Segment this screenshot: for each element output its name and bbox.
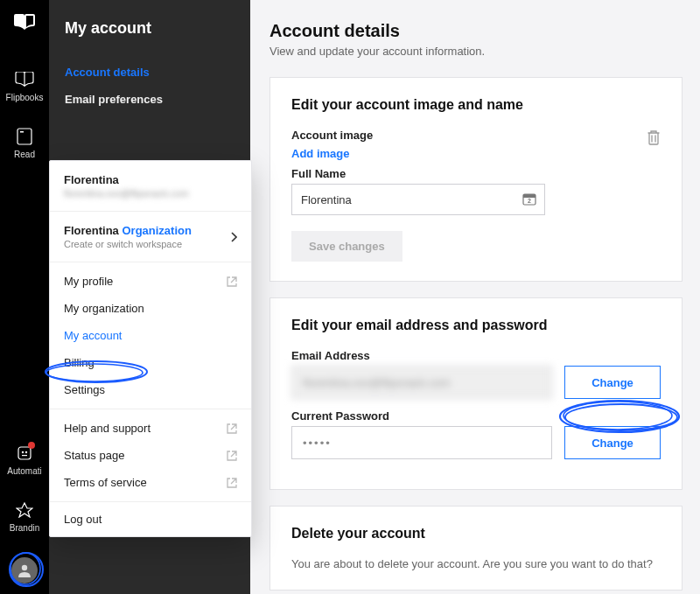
dd-item-label: My profile (64, 275, 113, 288)
trash-icon (647, 129, 661, 145)
dd-item-status-page[interactable]: Status page (50, 442, 251, 469)
page-title: Account details (270, 21, 682, 41)
dd-user-name: Florentina (64, 173, 237, 186)
app-logo[interactable] (12, 10, 37, 35)
full-name-input[interactable] (291, 184, 545, 215)
dd-item-settings[interactable]: Settings (50, 376, 251, 403)
card-delete-account: Delete your account You are about to del… (270, 506, 682, 591)
svg-rect-2 (18, 447, 31, 459)
nav-rail: Flipbooks Read Automati Brandin (0, 0, 49, 594)
change-password-button[interactable]: Change (564, 426, 661, 459)
external-link-icon (227, 276, 237, 287)
rail-item-read[interactable]: Read (14, 127, 35, 159)
dd-item-billing[interactable]: Billing (50, 349, 251, 376)
card-title: Edit your account image and name (291, 97, 661, 113)
rail-item-flipbooks[interactable]: Flipbooks (6, 70, 44, 102)
rail-label: Flipbooks (6, 93, 44, 102)
svg-point-4 (25, 451, 27, 453)
dd-user-email: florentina.xxx@flipsnack.com (64, 188, 237, 199)
notification-badge (28, 442, 35, 449)
dd-item-logout[interactable]: Log out (50, 502, 251, 536)
rail-label: Automati (7, 466, 41, 476)
account-dropdown: Florentina florentina.xxx@flipsnack.com … (49, 160, 252, 537)
external-link-icon (227, 451, 237, 461)
rail-item-branding[interactable]: Brandin (10, 500, 39, 533)
input-adornment-icon: 2 (522, 192, 536, 206)
rail-label: Read (14, 150, 35, 159)
dd-item-label: Status page (64, 449, 124, 462)
delete-body: You are about to delete your account. Ar… (291, 557, 661, 570)
rail-bottom: Automati Brandin (7, 444, 41, 594)
dd-org-section[interactable]: Florentina Organization Create or switch… (50, 212, 251, 262)
card-email-password: Edit your email address and password Ema… (270, 297, 682, 490)
dd-list-support: Help and support Status page Terms of se… (50, 409, 251, 502)
label-account-image: Account image (291, 129, 373, 142)
svg-text:2: 2 (528, 198, 531, 204)
external-link-icon (227, 478, 237, 488)
dd-item-my-organization[interactable]: My organization (50, 295, 251, 322)
card-account-image-name: Edit your account image and name Account… (270, 77, 682, 282)
dd-item-label: Settings (64, 383, 105, 396)
dd-list-account: My profile My organization My account Bi… (50, 262, 251, 409)
rail-label: Brandin (10, 523, 39, 533)
chevron-right-icon (230, 232, 237, 242)
dd-item-label: Billing (64, 356, 94, 369)
dd-item-label: My organization (64, 302, 144, 315)
sidebar-title: My account (65, 19, 234, 38)
dd-item-label: Help and support (64, 422, 150, 435)
dd-item-label: Terms of service (64, 476, 147, 489)
svg-rect-5 (22, 455, 27, 456)
read-icon (15, 127, 34, 146)
change-email-button[interactable]: Change (564, 366, 661, 399)
dd-org-title: Florentina Organization (64, 224, 192, 237)
label-full-name: Full Name (291, 167, 661, 180)
dd-user-section: Florentina florentina.xxx@flipsnack.com (50, 161, 251, 212)
page-subtitle: View and update your account information… (270, 45, 682, 58)
main-content: Account details View and update your acc… (250, 0, 700, 594)
avatar-button[interactable] (11, 557, 38, 584)
flipbooks-icon (15, 70, 34, 89)
branding-icon (15, 500, 34, 520)
dd-item-terms[interactable]: Terms of service (50, 469, 251, 496)
email-input[interactable] (291, 366, 552, 399)
delete-image-button[interactable] (647, 129, 661, 145)
dd-item-my-profile[interactable]: My profile (50, 268, 251, 295)
svg-rect-1 (20, 131, 24, 133)
label-email: Email Address (291, 349, 661, 362)
card-title: Delete your account (291, 526, 661, 542)
dd-item-help[interactable]: Help and support (50, 415, 251, 442)
password-input[interactable] (291, 426, 552, 459)
dd-item-label: My account (64, 329, 122, 342)
svg-point-3 (22, 451, 24, 453)
add-image-link[interactable]: Add image (291, 147, 661, 160)
external-link-icon (227, 423, 237, 434)
dd-org-sub: Create or switch workspace (64, 239, 192, 249)
svg-rect-0 (18, 129, 32, 144)
avatar-icon (17, 563, 32, 578)
label-password: Current Password (291, 409, 661, 423)
nav-account-details[interactable]: Account details (65, 59, 234, 86)
rail-item-automation[interactable]: Automati (7, 444, 41, 476)
save-changes-button: Save changes (291, 231, 402, 262)
dd-item-my-account[interactable]: My account (50, 322, 251, 349)
nav-email-preferences[interactable]: Email preferences (65, 86, 234, 113)
svg-point-6 (22, 565, 27, 570)
card-title: Edit your email address and password (291, 318, 661, 333)
